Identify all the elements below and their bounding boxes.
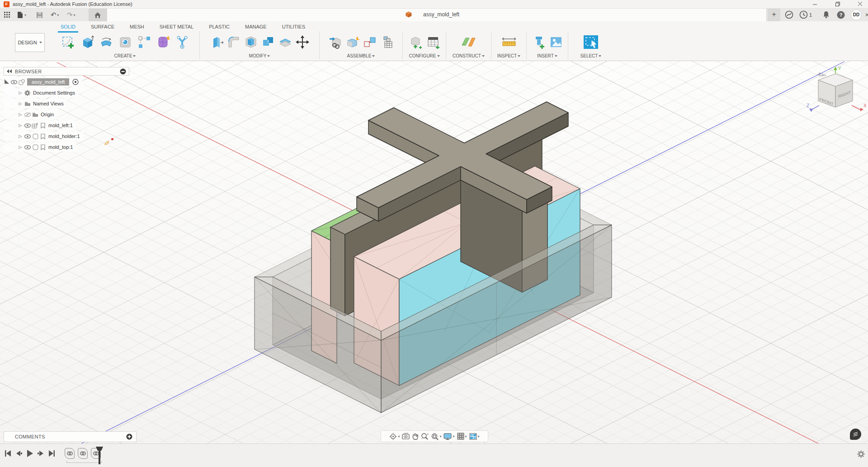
configuration-icon[interactable] [408, 33, 424, 52]
tab-manage[interactable]: MANAGE [244, 23, 268, 31]
root-component-label[interactable]: assy_mold_left [27, 78, 69, 86]
press-pull-icon[interactable] [209, 33, 224, 52]
visibility-eye-off-icon[interactable] [24, 111, 31, 118]
viewports-icon[interactable]: ▾ [469, 433, 480, 440]
revolve-icon[interactable] [98, 33, 115, 52]
construction-plane-icon[interactable] [460, 33, 477, 52]
browser-row-mold-left[interactable]: ▷ mold_left:1 [4, 121, 76, 130]
expander-icon[interactable]: ▷ [17, 134, 24, 138]
timeline-playhead[interactable] [94, 447, 104, 467]
extrude-icon[interactable] [79, 33, 96, 52]
configuration-table-icon[interactable] [425, 33, 441, 52]
move-copy-icon[interactable] [295, 33, 310, 52]
browser-row-root[interactable]: assy_mold_left [4, 77, 83, 86]
combine-icon[interactable] [260, 33, 276, 52]
workspace-selector-button[interactable]: DESIGN [15, 33, 45, 52]
redo-button[interactable]: ↷▾ [67, 10, 75, 20]
expander-icon[interactable]: ▷ [17, 101, 24, 106]
activate-component-radio[interactable] [71, 79, 79, 85]
browser-row-origin[interactable]: ▷ Origin [4, 110, 57, 119]
save-button[interactable] [36, 10, 43, 20]
comments-panel[interactable]: COMMENTS [4, 431, 137, 442]
window-close-button[interactable] [853, 0, 868, 9]
browser-minimize-icon[interactable] [120, 68, 126, 75]
expander-icon[interactable] [4, 79, 10, 85]
insert-canvas-icon[interactable] [548, 33, 564, 52]
timeline-settings-gear-icon[interactable] [857, 450, 865, 460]
split-body-icon[interactable] [278, 33, 293, 52]
bookmark-icon[interactable] [39, 122, 47, 129]
timeline-joint-feature[interactable] [78, 448, 88, 459]
feedback-bubble-icon[interactable] [850, 429, 861, 440]
visibility-eye-icon[interactable] [24, 144, 31, 150]
insert-fastener-icon[interactable] [531, 33, 547, 52]
shell-icon[interactable] [243, 33, 259, 52]
step-back-icon[interactable] [15, 450, 22, 457]
expander-icon[interactable]: ▷ [17, 123, 24, 128]
go-to-end-icon[interactable] [48, 450, 55, 457]
pattern-icon[interactable] [136, 33, 153, 52]
play-icon[interactable] [26, 449, 33, 457]
select-icon[interactable] [582, 33, 599, 52]
notifications-bell-icon[interactable] [822, 10, 831, 19]
visibility-eye-icon[interactable] [24, 133, 31, 139]
joint-icon[interactable] [362, 33, 377, 52]
browser-header[interactable]: BROWSER [4, 67, 129, 76]
document-tab-close-icon[interactable]: ✕ [863, 11, 868, 19]
window-restore-button[interactable] [830, 0, 845, 9]
tab-utilities[interactable]: UTILITIES [281, 23, 306, 31]
insert-derive-icon[interactable] [328, 33, 343, 52]
browser-row-mold-top[interactable]: ▷ mold_top:1 [4, 143, 76, 152]
expander-icon[interactable]: ▷ [17, 91, 24, 95]
extensions-icon[interactable] [785, 10, 794, 19]
pan-hand-icon[interactable] [412, 433, 419, 440]
zoom-icon[interactable]: +- [421, 433, 429, 440]
expander-icon[interactable]: ▷ [17, 145, 24, 149]
undo-button[interactable]: ↶▾ [51, 10, 59, 20]
step-forward-icon[interactable] [38, 450, 44, 457]
viewport-3d[interactable]: BROWSER assy_mold_left ▷ Document Settin… [0, 61, 868, 443]
new-component-icon[interactable] [345, 33, 360, 52]
pipe-icon[interactable] [174, 33, 191, 52]
user-avatar[interactable]: DD [851, 10, 862, 20]
group-label-inspect: INSPECT [497, 53, 517, 58]
browser-row-document-settings[interactable]: ▷ Document Settings [4, 88, 79, 97]
create-form-icon[interactable] [155, 33, 172, 52]
job-status-icon[interactable] [799, 10, 808, 19]
home-view-button[interactable] [89, 9, 107, 21]
document-tab[interactable]: assy_mold_left ✕ [107, 9, 767, 21]
tab-plastic[interactable]: PLASTIC [208, 23, 231, 31]
collapse-panel-icon[interactable] [7, 69, 12, 73]
tab-mesh[interactable]: MESH [129, 23, 145, 31]
bookmark-icon[interactable] [39, 133, 47, 139]
hole-icon[interactable] [117, 33, 134, 52]
measure-icon[interactable] [500, 33, 518, 52]
tab-solid[interactable]: SOLID [60, 23, 76, 31]
view-cube[interactable]: Y Z X TOP FRONT RIGHT [806, 62, 868, 120]
browser-row-named-views[interactable]: ▷ Named Views [4, 99, 67, 108]
tab-sheet-metal[interactable]: SHEET METAL [159, 23, 194, 31]
create-sketch-icon[interactable] [60, 33, 77, 52]
go-to-start-icon[interactable] [5, 450, 11, 457]
look-at-icon[interactable] [402, 433, 410, 440]
joint-origin-table-icon[interactable] [379, 33, 395, 52]
file-menu-button[interactable]: ▾ [17, 10, 26, 20]
display-settings-icon[interactable]: ▾ [443, 433, 454, 440]
fit-view-icon[interactable]: ▾ [431, 433, 441, 440]
browser-row-mold-holder[interactable]: ▷ mold_holder:1 [4, 132, 84, 141]
new-document-tab-button[interactable]: + [768, 9, 780, 21]
visibility-eye-icon[interactable] [10, 79, 18, 85]
app-grid-icon[interactable] [4, 10, 11, 20]
expander-icon[interactable]: ▷ [17, 112, 24, 117]
visibility-eye-icon[interactable] [24, 122, 31, 129]
bookmark-icon[interactable] [39, 144, 47, 150]
grid-snap-icon[interactable]: ▾ [457, 433, 467, 440]
tab-surface[interactable]: SURFACE [90, 23, 115, 31]
orbit-icon[interactable]: ▾ [389, 433, 400, 440]
help-icon[interactable]: ? [836, 10, 845, 19]
fillet-icon[interactable] [226, 33, 241, 52]
window-minimize-button[interactable] [807, 0, 823, 9]
comments-expand-icon[interactable] [126, 434, 132, 440]
timeline-joint-feature[interactable] [65, 448, 75, 459]
group-assemble: ASSEMBLE [320, 31, 403, 59]
